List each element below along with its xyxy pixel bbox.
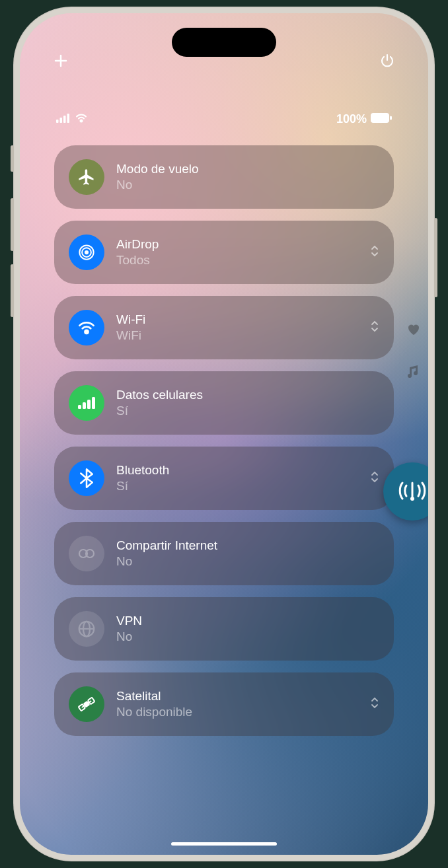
control-status: Sí — [116, 403, 379, 419]
wifi-signal-icon — [75, 112, 88, 126]
control-status: No — [116, 554, 379, 569]
battery-icon — [371, 112, 392, 126]
svg-rect-2 — [63, 116, 66, 123]
cellular-bars-icon — [69, 385, 104, 421]
svg-rect-3 — [67, 114, 70, 123]
svg-point-4 — [81, 120, 83, 122]
control-title: Bluetooth — [116, 462, 370, 478]
battery-percent: 100% — [336, 112, 367, 126]
control-title: AirDrop — [116, 236, 370, 252]
favorites-page-icon[interactable] — [407, 324, 420, 338]
side-button — [434, 218, 437, 297]
screen: 100% Modo de vuelo No — [20, 13, 428, 855]
power-button[interactable] — [378, 52, 396, 70]
wifi-icon — [69, 310, 104, 345]
personal-hotspot-control[interactable]: Compartir Internet No — [54, 522, 394, 585]
control-status: WiFi — [116, 328, 370, 344]
control-status: Todos — [116, 252, 370, 268]
svg-rect-5 — [371, 113, 389, 123]
vpn-control[interactable]: VPN No — [54, 597, 394, 661]
svg-rect-12 — [83, 402, 86, 409]
svg-rect-0 — [56, 120, 59, 123]
add-control-button[interactable] — [52, 52, 70, 70]
volume-down-button — [11, 264, 14, 317]
svg-rect-14 — [92, 397, 95, 409]
home-indicator[interactable] — [171, 842, 277, 846]
status-bar: 100% — [20, 112, 428, 126]
airplane-icon — [69, 159, 104, 195]
svg-rect-13 — [87, 400, 91, 409]
control-status: Sí — [116, 478, 370, 494]
action-button — [11, 145, 14, 172]
control-status: No — [116, 177, 379, 193]
control-title: Satelital — [116, 688, 370, 704]
cellular-signal-icon — [56, 112, 71, 126]
cellular-data-control[interactable]: Datos celulares Sí — [54, 371, 394, 435]
svg-rect-11 — [78, 405, 81, 409]
svg-rect-6 — [390, 116, 392, 120]
airplane-mode-control[interactable]: Modo de vuelo No — [54, 145, 394, 209]
phone-frame: 100% Modo de vuelo No — [13, 7, 435, 861]
satellite-control[interactable]: Satelital No disponible — [54, 672, 394, 736]
control-title: Modo de vuelo — [116, 161, 379, 177]
bluetooth-icon — [69, 460, 104, 496]
expand-icon[interactable] — [370, 470, 379, 486]
connectivity-controls: Modo de vuelo No AirDrop Todos — [54, 145, 394, 736]
music-page-icon[interactable] — [408, 365, 420, 380]
hotspot-icon — [69, 536, 104, 571]
expand-icon[interactable] — [370, 320, 379, 336]
svg-point-10 — [85, 330, 89, 334]
control-title: Datos celulares — [116, 387, 379, 403]
control-status: No — [116, 629, 379, 645]
control-title: Compartir Internet — [116, 538, 379, 554]
bluetooth-control[interactable]: Bluetooth Sí — [54, 447, 394, 510]
wifi-control[interactable]: Wi-Fi WiFi — [54, 296, 394, 359]
satellite-icon — [69, 686, 104, 722]
control-status: No disponible — [116, 704, 370, 720]
control-title: Wi-Fi — [116, 312, 370, 328]
volume-up-button — [11, 198, 14, 251]
control-center-pager — [407, 324, 420, 380]
dynamic-island — [172, 28, 276, 57]
control-title: VPN — [116, 613, 379, 629]
vpn-icon — [69, 611, 104, 647]
svg-point-7 — [85, 250, 89, 254]
airdrop-icon — [69, 235, 104, 270]
svg-point-22 — [410, 497, 414, 501]
expand-icon[interactable] — [370, 696, 379, 712]
svg-rect-1 — [60, 118, 63, 123]
airdrop-control[interactable]: AirDrop Todos — [54, 221, 394, 284]
expand-icon[interactable] — [370, 244, 379, 260]
